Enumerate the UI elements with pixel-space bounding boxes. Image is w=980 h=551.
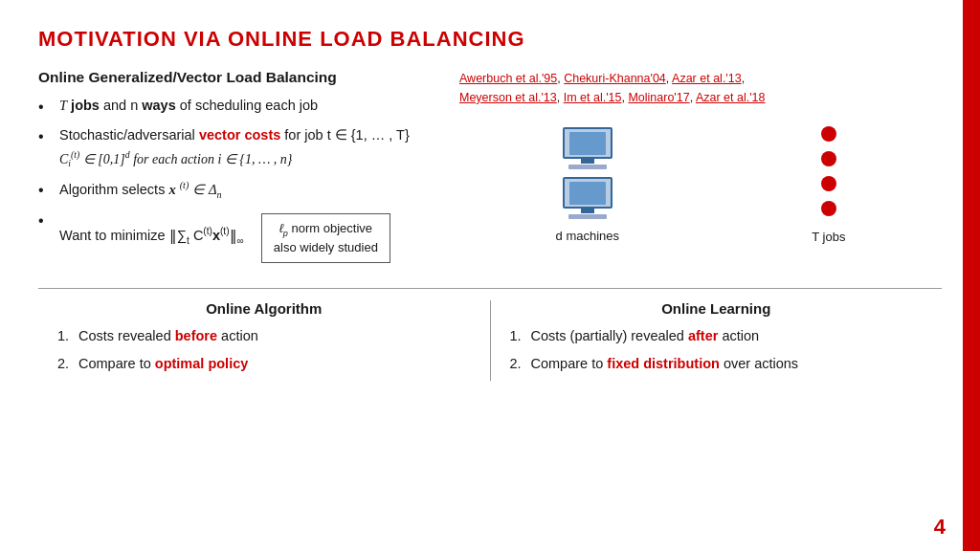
list-item: • Algorithm selects x (t) ∈ Δn [38,179,440,202]
minimize-row: Want to minimize ‖∑t C(t)x(t)‖∞ ℓp norm … [59,209,440,264]
costs-partial-text: Costs (partially) revealed [531,328,688,343]
online-algorithm-col: Online Algorithm 1. Costs revealed befor… [38,300,491,381]
vector-costs-text: vector costs [199,127,280,143]
t-superscript: (t) [180,180,189,190]
t-jobs-label: T jobs [812,230,845,244]
section-title: Online Generalized/Vector Load Balancing [38,69,440,86]
ref-comma-4: , [557,91,564,104]
bullet-dot: • [38,180,54,201]
and-text: and n [103,98,142,113]
bullet-dot: • [38,210,54,231]
fixed-distribution-text: fixed distribution [607,356,720,371]
dots-section: T jobs [812,126,845,244]
page-number: 4 [934,515,946,540]
optimal-policy-text: optimal policy [155,356,249,371]
list-item: 1. Costs revealed before action [57,326,471,345]
ref-chekuri[interactable]: Chekuri-Khanna'04 [564,72,666,85]
list-item: • T jobs and n ways of scheduling each j… [38,96,440,118]
ref-awerbuch[interactable]: Awerbuch et al.'95 [459,72,557,85]
compare-text-2: Compare to [531,356,608,371]
item-num: 2. [510,354,531,373]
minimize-text: Want to minimize ‖∑t C(t)x(t)‖∞ [59,225,244,248]
illustration-area: d machines T jobs [459,126,942,244]
bullet-text: Stochastic/adversarial vector costs for … [59,125,410,144]
after-text: after [688,328,718,343]
ref-molinaro[interactable]: Molinaro'17 [628,91,689,104]
computers-section: d machines [556,127,619,243]
bullet-list: • T jobs and n ways of scheduling each j… [38,96,440,263]
tooltip-box: ℓp norm objectivealso widely studied [261,213,390,264]
jobs-word: jobs [71,98,100,113]
item-num: 1. [57,326,78,345]
list-item: • Want to minimize ‖∑t C(t)x(t)‖∞ ℓp nor… [38,209,440,264]
for-job-text: for job t ∈ {1, … , T} [284,127,409,143]
t-var: T [59,98,67,113]
list-item: • Stochastic/adversarial vector costs fo… [38,125,440,171]
online-algorithm-title: Online Algorithm [57,300,471,317]
compare-text: Compare to [78,356,155,371]
online-learning-title: Online Learning [510,300,924,317]
right-column: Awerbuch et al.'95, Chekuri-Khanna'04, A… [459,69,942,271]
ways-word: ways [142,98,175,113]
ref-azar18[interactable]: Azar et al.'18 [696,91,766,104]
math-subtext: Ci(t) ∈ [0,1]d for each action i ∈ {1, …… [59,148,292,171]
over-actions-text: over actions [724,356,798,371]
item-text: Compare to fixed distribution over actio… [531,354,799,373]
job-dot-3 [821,176,836,191]
item-num: 1. [510,326,531,345]
costs-revealed-text: Costs revealed [78,328,175,343]
main-content: Online Generalized/Vector Load Balancing… [38,69,942,271]
online-learning-col: Online Learning 1. Costs (partially) rev… [491,300,943,381]
tooltip-text: ℓp norm objectivealso widely studied [274,221,378,254]
list-item: 2. Compare to fixed distribution over ac… [510,354,924,373]
delta-text: ∈ Δn [192,182,221,197]
bullet-text: Want to minimize ‖∑t C(t)x(t)‖∞ ℓp norm … [59,209,440,264]
item-num: 2. [57,354,78,373]
item-text: Compare to optimal policy [78,354,248,373]
ref-im[interactable]: Im et al.'15 [564,91,622,104]
bullet-dot: • [38,126,54,147]
list-item: 2. Compare to optimal policy [57,354,471,373]
list-item: 1. Costs (partially) revealed after acti… [510,326,924,345]
bullet-text: T jobs and n ways of scheduling each job [59,96,440,115]
slide-title: MOTIVATION VIA ONLINE LOAD BALANCING [38,27,942,52]
before-text: before [175,328,217,343]
schedule-text: of scheduling each job [180,98,318,113]
x-var: x [168,182,175,197]
computer-icon-2 [563,177,612,219]
ref-meyerson[interactable]: Meyerson et al.'13 [459,91,557,104]
stochastic-text: Stochastic/adversarial [59,127,199,143]
online-algorithm-list: 1. Costs revealed before action 2. Compa… [57,326,471,373]
item-text: Costs (partially) revealed after action [531,326,760,345]
bullet-dot: • [38,97,54,118]
left-column: Online Generalized/Vector Load Balancing… [38,69,440,271]
ref-azar13[interactable]: Azar et al.'13 [672,72,742,85]
job-dot-2 [821,151,836,166]
online-learning-list: 1. Costs (partially) revealed after acti… [510,326,924,373]
alg-selects-text: Algorithm selects [59,182,168,197]
computer-icon-1 [563,127,612,169]
ref-comma-3: , [742,72,745,85]
bottom-section: Online Algorithm 1. Costs revealed befor… [38,288,942,381]
job-dot-1 [821,126,836,142]
bullet-text: Algorithm selects x (t) ∈ Δn [59,179,440,202]
action-text-2: action [722,328,759,343]
item-text: Costs revealed before action [78,326,258,345]
job-dot-4 [821,201,836,216]
d-machines-label: d machines [556,229,619,243]
references-area: Awerbuch et al.'95, Chekuri-Khanna'04, A… [459,69,942,107]
action-text: action [221,328,258,343]
